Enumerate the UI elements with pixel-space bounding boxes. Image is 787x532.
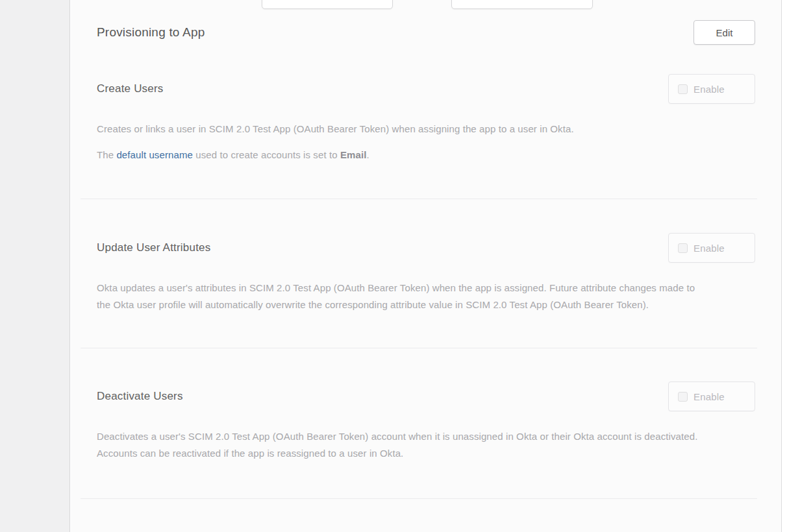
enable-checkbox[interactable] xyxy=(678,84,688,94)
default-username-link[interactable]: default username xyxy=(116,149,193,160)
page-title: Provisioning to App xyxy=(97,25,205,40)
create-users-title: Create Users xyxy=(97,82,164,95)
deactivate-users-description: Deactivates a user's SCIM 2.0 Test App (… xyxy=(97,428,701,462)
deactivate-users-title: Deactivate Users xyxy=(97,390,183,403)
update-user-attributes-title: Update User Attributes xyxy=(97,241,210,254)
enable-label: Enable xyxy=(693,391,725,402)
section-head: Update User Attributes Enable xyxy=(97,233,755,263)
note-suffix: . xyxy=(366,149,369,160)
left-gutter xyxy=(0,0,70,532)
update-user-attributes-enable-button[interactable]: Enable xyxy=(668,233,755,263)
cutoff-field-left[interactable] xyxy=(262,0,393,9)
note-bold-value: Email xyxy=(340,149,367,160)
enable-checkbox[interactable] xyxy=(678,392,688,402)
panel-header: Provisioning to App Edit xyxy=(97,19,755,45)
default-username-note: The default username used to create acco… xyxy=(97,147,701,163)
create-users-description: Creates or links a user in SCIM 2.0 Test… xyxy=(97,121,701,138)
section-divider xyxy=(81,498,757,499)
note-middle: used to create accounts is set to xyxy=(193,149,340,160)
note-prefix: The xyxy=(97,149,116,160)
cutoff-field-right[interactable] xyxy=(451,0,593,9)
enable-label: Enable xyxy=(693,243,725,254)
section-update-user-attributes: Update User Attributes Enable Okta updat… xyxy=(97,199,755,348)
edit-button[interactable]: Edit xyxy=(693,20,755,45)
update-user-attributes-description: Okta updates a user's attributes in SCIM… xyxy=(97,280,701,313)
enable-checkbox[interactable] xyxy=(678,243,688,253)
section-head: Create Users Enable xyxy=(97,74,755,104)
section-head: Deactivate Users Enable xyxy=(97,381,755,411)
provisioning-page: Provisioning to App Edit Create Users En… xyxy=(0,0,787,532)
create-users-enable-button[interactable]: Enable xyxy=(668,74,755,104)
provisioning-panel: Provisioning to App Edit Create Users En… xyxy=(71,0,782,532)
section-deactivate-users: Deactivate Users Enable Deactivates a us… xyxy=(97,348,755,498)
section-create-users: Create Users Enable Creates or links a u… xyxy=(97,45,755,199)
enable-label: Enable xyxy=(693,84,725,95)
deactivate-users-enable-button[interactable]: Enable xyxy=(668,381,755,411)
